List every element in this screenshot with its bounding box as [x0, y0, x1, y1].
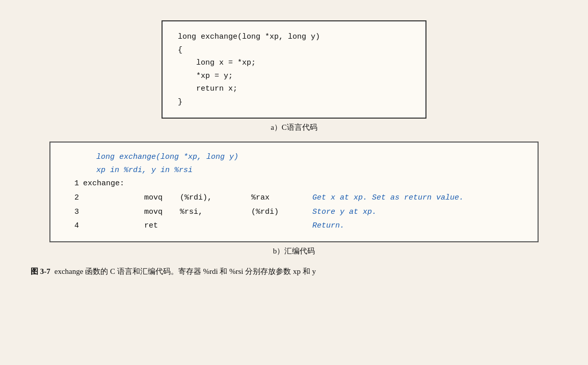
asm-row: 1exchange: [66, 177, 522, 191]
asm-label [81, 205, 142, 219]
asm-row: 2movq(%rdi),%raxGet x at xp. Set as retu… [66, 191, 522, 205]
asm-comment [310, 177, 522, 191]
figure-label: 图 3-7 [31, 265, 50, 277]
asm-operand2: %rax [249, 191, 310, 205]
asm-operand2: (%rdi) [249, 205, 310, 219]
asm-header-line2: xp in %rdi, y in %rsi [96, 164, 522, 177]
asm-operand2 [249, 219, 310, 233]
asm-opcode: ret [142, 219, 178, 233]
asm-opcode: movq [142, 191, 178, 205]
asm-label: exchange: [81, 177, 142, 191]
asm-row: 4retReturn. [66, 219, 522, 233]
asm-operand2 [249, 177, 310, 191]
asm-operand1 [178, 177, 249, 191]
asm-comment: Return. [310, 219, 522, 233]
c-code-box: long exchange(long *xp, long y) { long x… [162, 20, 426, 119]
figure-caption: 图 3-7 exchange 函数的 C 语言和汇编代码。寄存器 %rdi 和 … [31, 265, 557, 277]
asm-label [81, 191, 142, 205]
asm-opcode: movq [142, 205, 178, 219]
asm-line-num: 1 [66, 177, 81, 191]
asm-header-line1: long exchange(long *xp, long y) [96, 151, 522, 164]
c-code-caption: a）C语言代码 [31, 123, 557, 132]
asm-line-num: 2 [66, 191, 81, 205]
asm-code-caption: b）汇编代码 [31, 246, 557, 256]
figure-text: exchange 函数的 C 语言和汇编代码。寄存器 %rdi 和 %rsi 分… [55, 265, 316, 277]
asm-label [81, 219, 142, 233]
asm-row: 3movq%rsi,(%rdi)Store y at xp. [66, 205, 522, 219]
asm-comment: Store y at xp. [310, 205, 522, 219]
asm-line-num: 3 [66, 205, 81, 219]
asm-table: 1exchange:2movq(%rdi),%raxGet x at xp. S… [66, 177, 522, 233]
asm-operand1: %rsi, [178, 205, 249, 219]
asm-code-box: long exchange(long *xp, long y) xp in %r… [49, 142, 539, 242]
asm-comment: Get x at xp. Set as return value. [310, 191, 522, 205]
asm-operand1: (%rdi), [178, 191, 249, 205]
asm-operand1 [178, 219, 249, 233]
asm-line-num: 4 [66, 219, 81, 233]
c-code-content: long exchange(long *xp, long y) { long x… [178, 31, 410, 108]
asm-opcode [142, 177, 178, 191]
